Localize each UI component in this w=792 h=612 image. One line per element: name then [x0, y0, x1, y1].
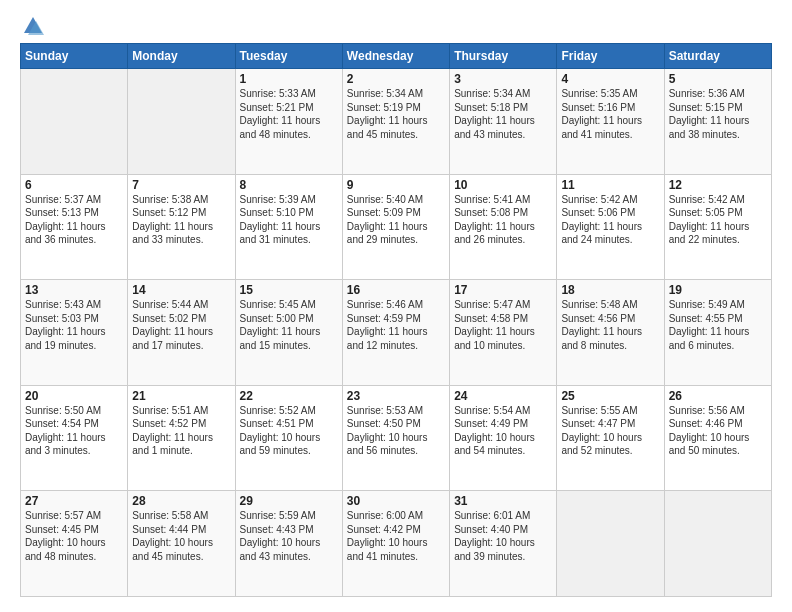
day-content: Sunrise: 5:43 AM Sunset: 5:03 PM Dayligh… — [25, 298, 123, 352]
day-content: Sunrise: 5:44 AM Sunset: 5:02 PM Dayligh… — [132, 298, 230, 352]
day-content: Sunrise: 5:58 AM Sunset: 4:44 PM Dayligh… — [132, 509, 230, 563]
day-header-monday: Monday — [128, 44, 235, 69]
calendar-cell: 25Sunrise: 5:55 AM Sunset: 4:47 PM Dayli… — [557, 385, 664, 491]
calendar-cell: 22Sunrise: 5:52 AM Sunset: 4:51 PM Dayli… — [235, 385, 342, 491]
day-content: Sunrise: 5:40 AM Sunset: 5:09 PM Dayligh… — [347, 193, 445, 247]
day-number: 5 — [669, 72, 767, 86]
day-content: Sunrise: 5:57 AM Sunset: 4:45 PM Dayligh… — [25, 509, 123, 563]
day-content: Sunrise: 5:51 AM Sunset: 4:52 PM Dayligh… — [132, 404, 230, 458]
calendar-cell: 2Sunrise: 5:34 AM Sunset: 5:19 PM Daylig… — [342, 69, 449, 175]
calendar-cell: 19Sunrise: 5:49 AM Sunset: 4:55 PM Dayli… — [664, 280, 771, 386]
day-content: Sunrise: 6:01 AM Sunset: 4:40 PM Dayligh… — [454, 509, 552, 563]
day-number: 26 — [669, 389, 767, 403]
week-row-3: 13Sunrise: 5:43 AM Sunset: 5:03 PM Dayli… — [21, 280, 772, 386]
calendar-cell — [21, 69, 128, 175]
day-header-thursday: Thursday — [450, 44, 557, 69]
day-number: 2 — [347, 72, 445, 86]
day-content: Sunrise: 5:49 AM Sunset: 4:55 PM Dayligh… — [669, 298, 767, 352]
calendar-cell: 14Sunrise: 5:44 AM Sunset: 5:02 PM Dayli… — [128, 280, 235, 386]
day-number: 18 — [561, 283, 659, 297]
day-number: 21 — [132, 389, 230, 403]
calendar-cell: 26Sunrise: 5:56 AM Sunset: 4:46 PM Dayli… — [664, 385, 771, 491]
calendar-cell: 24Sunrise: 5:54 AM Sunset: 4:49 PM Dayli… — [450, 385, 557, 491]
calendar-cell: 17Sunrise: 5:47 AM Sunset: 4:58 PM Dayli… — [450, 280, 557, 386]
day-number: 8 — [240, 178, 338, 192]
day-number: 20 — [25, 389, 123, 403]
calendar-cell — [664, 491, 771, 597]
week-row-5: 27Sunrise: 5:57 AM Sunset: 4:45 PM Dayli… — [21, 491, 772, 597]
calendar-cell: 8Sunrise: 5:39 AM Sunset: 5:10 PM Daylig… — [235, 174, 342, 280]
day-content: Sunrise: 5:52 AM Sunset: 4:51 PM Dayligh… — [240, 404, 338, 458]
day-number: 19 — [669, 283, 767, 297]
day-number: 29 — [240, 494, 338, 508]
calendar-cell: 3Sunrise: 5:34 AM Sunset: 5:18 PM Daylig… — [450, 69, 557, 175]
week-row-4: 20Sunrise: 5:50 AM Sunset: 4:54 PM Dayli… — [21, 385, 772, 491]
day-content: Sunrise: 5:33 AM Sunset: 5:21 PM Dayligh… — [240, 87, 338, 141]
calendar-cell: 5Sunrise: 5:36 AM Sunset: 5:15 PM Daylig… — [664, 69, 771, 175]
day-number: 16 — [347, 283, 445, 297]
day-number: 30 — [347, 494, 445, 508]
calendar-cell: 11Sunrise: 5:42 AM Sunset: 5:06 PM Dayli… — [557, 174, 664, 280]
day-content: Sunrise: 5:48 AM Sunset: 4:56 PM Dayligh… — [561, 298, 659, 352]
calendar-cell — [557, 491, 664, 597]
header — [20, 15, 772, 33]
day-number: 9 — [347, 178, 445, 192]
day-content: Sunrise: 5:39 AM Sunset: 5:10 PM Dayligh… — [240, 193, 338, 247]
calendar-header-row: SundayMondayTuesdayWednesdayThursdayFrid… — [21, 44, 772, 69]
day-number: 22 — [240, 389, 338, 403]
day-header-friday: Friday — [557, 44, 664, 69]
day-content: Sunrise: 5:34 AM Sunset: 5:19 PM Dayligh… — [347, 87, 445, 141]
week-row-1: 1Sunrise: 5:33 AM Sunset: 5:21 PM Daylig… — [21, 69, 772, 175]
day-content: Sunrise: 5:42 AM Sunset: 5:05 PM Dayligh… — [669, 193, 767, 247]
day-content: Sunrise: 5:41 AM Sunset: 5:08 PM Dayligh… — [454, 193, 552, 247]
calendar-cell: 6Sunrise: 5:37 AM Sunset: 5:13 PM Daylig… — [21, 174, 128, 280]
day-content: Sunrise: 5:59 AM Sunset: 4:43 PM Dayligh… — [240, 509, 338, 563]
calendar-cell: 20Sunrise: 5:50 AM Sunset: 4:54 PM Dayli… — [21, 385, 128, 491]
calendar-cell: 23Sunrise: 5:53 AM Sunset: 4:50 PM Dayli… — [342, 385, 449, 491]
day-content: Sunrise: 5:38 AM Sunset: 5:12 PM Dayligh… — [132, 193, 230, 247]
calendar-cell: 13Sunrise: 5:43 AM Sunset: 5:03 PM Dayli… — [21, 280, 128, 386]
day-number: 11 — [561, 178, 659, 192]
calendar-cell: 15Sunrise: 5:45 AM Sunset: 5:00 PM Dayli… — [235, 280, 342, 386]
day-content: Sunrise: 5:54 AM Sunset: 4:49 PM Dayligh… — [454, 404, 552, 458]
day-content: Sunrise: 5:34 AM Sunset: 5:18 PM Dayligh… — [454, 87, 552, 141]
day-content: Sunrise: 5:56 AM Sunset: 4:46 PM Dayligh… — [669, 404, 767, 458]
day-content: Sunrise: 5:55 AM Sunset: 4:47 PM Dayligh… — [561, 404, 659, 458]
calendar: SundayMondayTuesdayWednesdayThursdayFrid… — [20, 43, 772, 597]
calendar-cell: 4Sunrise: 5:35 AM Sunset: 5:16 PM Daylig… — [557, 69, 664, 175]
day-number: 3 — [454, 72, 552, 86]
day-header-wednesday: Wednesday — [342, 44, 449, 69]
calendar-cell: 18Sunrise: 5:48 AM Sunset: 4:56 PM Dayli… — [557, 280, 664, 386]
calendar-cell: 30Sunrise: 6:00 AM Sunset: 4:42 PM Dayli… — [342, 491, 449, 597]
day-number: 31 — [454, 494, 552, 508]
day-number: 10 — [454, 178, 552, 192]
day-content: Sunrise: 5:36 AM Sunset: 5:15 PM Dayligh… — [669, 87, 767, 141]
day-number: 14 — [132, 283, 230, 297]
calendar-cell: 9Sunrise: 5:40 AM Sunset: 5:09 PM Daylig… — [342, 174, 449, 280]
day-content: Sunrise: 5:50 AM Sunset: 4:54 PM Dayligh… — [25, 404, 123, 458]
calendar-cell: 1Sunrise: 5:33 AM Sunset: 5:21 PM Daylig… — [235, 69, 342, 175]
day-number: 13 — [25, 283, 123, 297]
day-number: 6 — [25, 178, 123, 192]
calendar-cell: 7Sunrise: 5:38 AM Sunset: 5:12 PM Daylig… — [128, 174, 235, 280]
logo-icon — [22, 15, 44, 37]
day-number: 25 — [561, 389, 659, 403]
day-content: Sunrise: 6:00 AM Sunset: 4:42 PM Dayligh… — [347, 509, 445, 563]
week-row-2: 6Sunrise: 5:37 AM Sunset: 5:13 PM Daylig… — [21, 174, 772, 280]
calendar-cell: 21Sunrise: 5:51 AM Sunset: 4:52 PM Dayli… — [128, 385, 235, 491]
day-number: 12 — [669, 178, 767, 192]
logo — [20, 15, 44, 33]
calendar-cell: 28Sunrise: 5:58 AM Sunset: 4:44 PM Dayli… — [128, 491, 235, 597]
day-header-saturday: Saturday — [664, 44, 771, 69]
day-number: 28 — [132, 494, 230, 508]
day-content: Sunrise: 5:45 AM Sunset: 5:00 PM Dayligh… — [240, 298, 338, 352]
calendar-cell: 27Sunrise: 5:57 AM Sunset: 4:45 PM Dayli… — [21, 491, 128, 597]
day-number: 1 — [240, 72, 338, 86]
calendar-cell: 16Sunrise: 5:46 AM Sunset: 4:59 PM Dayli… — [342, 280, 449, 386]
day-content: Sunrise: 5:35 AM Sunset: 5:16 PM Dayligh… — [561, 87, 659, 141]
day-content: Sunrise: 5:53 AM Sunset: 4:50 PM Dayligh… — [347, 404, 445, 458]
calendar-cell: 10Sunrise: 5:41 AM Sunset: 5:08 PM Dayli… — [450, 174, 557, 280]
day-header-tuesday: Tuesday — [235, 44, 342, 69]
day-content: Sunrise: 5:47 AM Sunset: 4:58 PM Dayligh… — [454, 298, 552, 352]
calendar-cell: 31Sunrise: 6:01 AM Sunset: 4:40 PM Dayli… — [450, 491, 557, 597]
